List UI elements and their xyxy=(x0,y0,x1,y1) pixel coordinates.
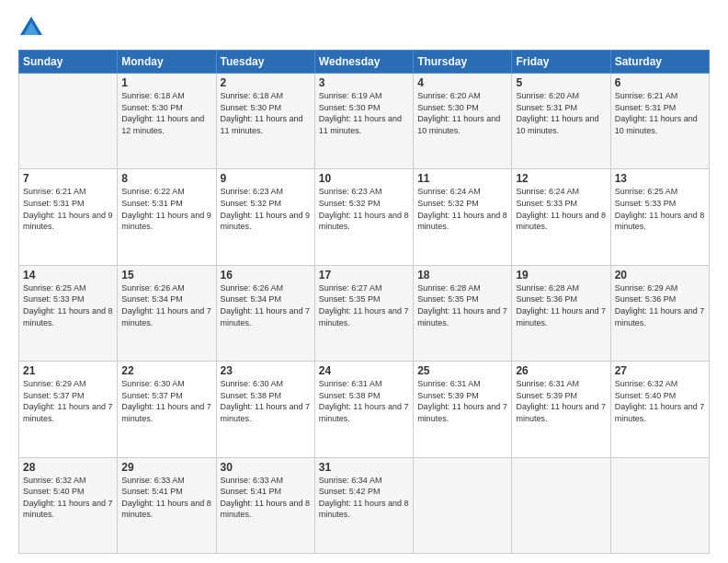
calendar-cell xyxy=(512,457,610,553)
calendar: SundayMondayTuesdayWednesdayThursdayFrid… xyxy=(18,50,710,554)
day-number: 18 xyxy=(417,269,507,282)
calendar-cell: 1Sunrise: 6:18 AMSunset: 5:30 PMDaylight… xyxy=(118,74,216,169)
calendar-cell: 23Sunrise: 6:30 AMSunset: 5:38 PMDayligh… xyxy=(216,362,314,457)
logo-icon xyxy=(18,15,44,40)
day-info: Sunrise: 6:24 AMSunset: 5:32 PMDaylight:… xyxy=(417,187,507,231)
day-number: 5 xyxy=(516,76,606,89)
day-info: Sunrise: 6:33 AMSunset: 5:41 PMDaylight:… xyxy=(121,476,211,520)
day-number: 3 xyxy=(319,76,409,89)
day-header-wednesday: Wednesday xyxy=(314,51,413,74)
day-number: 22 xyxy=(121,364,211,377)
header-row: SundayMondayTuesdayWednesdayThursdayFrid… xyxy=(19,51,710,74)
calendar-cell: 12Sunrise: 6:24 AMSunset: 5:33 PMDayligh… xyxy=(512,169,610,265)
day-info: Sunrise: 6:28 AMSunset: 5:35 PMDaylight:… xyxy=(417,283,507,327)
day-info: Sunrise: 6:23 AMSunset: 5:32 PMDaylight:… xyxy=(319,187,409,231)
calendar-cell: 26Sunrise: 6:31 AMSunset: 5:39 PMDayligh… xyxy=(512,362,610,457)
calendar-cell: 6Sunrise: 6:21 AMSunset: 5:31 PMDaylight… xyxy=(610,74,709,169)
day-info: Sunrise: 6:31 AMSunset: 5:39 PMDaylight:… xyxy=(417,379,507,423)
calendar-cell: 30Sunrise: 6:33 AMSunset: 5:41 PMDayligh… xyxy=(216,457,314,553)
day-number: 21 xyxy=(23,364,113,377)
day-header-friday: Friday xyxy=(512,51,610,74)
day-info: Sunrise: 6:22 AMSunset: 5:31 PMDaylight:… xyxy=(121,187,211,231)
calendar-cell xyxy=(414,457,512,553)
day-info: Sunrise: 6:32 AMSunset: 5:40 PMDaylight:… xyxy=(615,379,705,423)
day-number: 23 xyxy=(221,364,311,377)
day-number: 12 xyxy=(516,172,606,185)
calendar-cell: 17Sunrise: 6:27 AMSunset: 5:35 PMDayligh… xyxy=(314,265,413,361)
day-info: Sunrise: 6:20 AMSunset: 5:30 PMDaylight:… xyxy=(417,91,500,135)
week-row-3: 14Sunrise: 6:25 AMSunset: 5:33 PMDayligh… xyxy=(19,265,710,361)
calendar-cell: 15Sunrise: 6:26 AMSunset: 5:34 PMDayligh… xyxy=(118,265,216,361)
day-info: Sunrise: 6:23 AMSunset: 5:32 PMDaylight:… xyxy=(221,187,311,231)
day-info: Sunrise: 6:19 AMSunset: 5:30 PMDaylight:… xyxy=(319,91,402,135)
day-number: 29 xyxy=(121,461,211,474)
day-info: Sunrise: 6:21 AMSunset: 5:31 PMDaylight:… xyxy=(615,91,698,135)
day-info: Sunrise: 6:32 AMSunset: 5:40 PMDaylight:… xyxy=(23,476,113,520)
calendar-cell: 22Sunrise: 6:30 AMSunset: 5:37 PMDayligh… xyxy=(118,362,216,457)
calendar-cell: 5Sunrise: 6:20 AMSunset: 5:31 PMDaylight… xyxy=(512,74,610,169)
page: SundayMondayTuesdayWednesdayThursdayFrid… xyxy=(0,0,728,563)
day-info: Sunrise: 6:31 AMSunset: 5:38 PMDaylight:… xyxy=(319,379,409,423)
day-number: 26 xyxy=(516,364,606,377)
day-number: 20 xyxy=(615,269,705,282)
calendar-cell xyxy=(610,457,709,553)
calendar-cell: 21Sunrise: 6:29 AMSunset: 5:37 PMDayligh… xyxy=(19,362,118,457)
day-info: Sunrise: 6:20 AMSunset: 5:31 PMDaylight:… xyxy=(516,91,598,135)
day-number: 1 xyxy=(121,76,211,89)
day-number: 11 xyxy=(417,172,507,185)
day-number: 14 xyxy=(23,269,113,282)
week-row-2: 7Sunrise: 6:21 AMSunset: 5:31 PMDaylight… xyxy=(19,169,710,265)
day-number: 19 xyxy=(516,269,606,282)
day-number: 13 xyxy=(615,172,705,185)
calendar-cell: 24Sunrise: 6:31 AMSunset: 5:38 PMDayligh… xyxy=(314,362,413,457)
day-info: Sunrise: 6:30 AMSunset: 5:38 PMDaylight:… xyxy=(221,379,311,423)
day-info: Sunrise: 6:28 AMSunset: 5:36 PMDaylight:… xyxy=(516,283,606,327)
day-number: 17 xyxy=(319,269,409,282)
day-number: 6 xyxy=(615,76,705,89)
calendar-cell: 11Sunrise: 6:24 AMSunset: 5:32 PMDayligh… xyxy=(414,169,512,265)
day-number: 31 xyxy=(319,461,409,474)
day-number: 9 xyxy=(221,172,311,185)
day-info: Sunrise: 6:27 AMSunset: 5:35 PMDaylight:… xyxy=(319,283,409,327)
day-info: Sunrise: 6:31 AMSunset: 5:39 PMDaylight:… xyxy=(516,379,606,423)
day-info: Sunrise: 6:29 AMSunset: 5:37 PMDaylight:… xyxy=(23,379,113,423)
day-number: 8 xyxy=(121,172,211,185)
day-header-sunday: Sunday xyxy=(19,51,118,74)
calendar-cell: 10Sunrise: 6:23 AMSunset: 5:32 PMDayligh… xyxy=(314,169,413,265)
day-info: Sunrise: 6:25 AMSunset: 5:33 PMDaylight:… xyxy=(615,187,705,231)
day-info: Sunrise: 6:33 AMSunset: 5:41 PMDaylight:… xyxy=(221,476,311,520)
calendar-cell xyxy=(19,74,118,169)
day-info: Sunrise: 6:34 AMSunset: 5:42 PMDaylight:… xyxy=(319,476,409,520)
day-header-thursday: Thursday xyxy=(414,51,512,74)
day-info: Sunrise: 6:21 AMSunset: 5:31 PMDaylight:… xyxy=(23,187,113,231)
calendar-cell: 16Sunrise: 6:26 AMSunset: 5:34 PMDayligh… xyxy=(216,265,314,361)
day-info: Sunrise: 6:30 AMSunset: 5:37 PMDaylight:… xyxy=(121,379,211,423)
day-number: 24 xyxy=(319,364,409,377)
calendar-cell: 8Sunrise: 6:22 AMSunset: 5:31 PMDaylight… xyxy=(118,169,216,265)
day-info: Sunrise: 6:26 AMSunset: 5:34 PMDaylight:… xyxy=(221,283,311,327)
calendar-cell: 27Sunrise: 6:32 AMSunset: 5:40 PMDayligh… xyxy=(610,362,709,457)
day-number: 30 xyxy=(221,461,311,474)
day-number: 4 xyxy=(417,76,507,89)
calendar-cell: 18Sunrise: 6:28 AMSunset: 5:35 PMDayligh… xyxy=(414,265,512,361)
calendar-cell: 3Sunrise: 6:19 AMSunset: 5:30 PMDaylight… xyxy=(314,74,413,169)
day-number: 7 xyxy=(23,172,113,185)
day-info: Sunrise: 6:24 AMSunset: 5:33 PMDaylight:… xyxy=(516,187,606,231)
week-row-4: 21Sunrise: 6:29 AMSunset: 5:37 PMDayligh… xyxy=(19,362,710,457)
day-header-monday: Monday xyxy=(118,51,216,74)
calendar-cell: 2Sunrise: 6:18 AMSunset: 5:30 PMDaylight… xyxy=(216,74,314,169)
calendar-cell: 28Sunrise: 6:32 AMSunset: 5:40 PMDayligh… xyxy=(19,457,118,553)
day-info: Sunrise: 6:26 AMSunset: 5:34 PMDaylight:… xyxy=(121,283,211,327)
calendar-cell: 7Sunrise: 6:21 AMSunset: 5:31 PMDaylight… xyxy=(19,169,118,265)
calendar-cell: 13Sunrise: 6:25 AMSunset: 5:33 PMDayligh… xyxy=(610,169,709,265)
day-number: 15 xyxy=(121,269,211,282)
calendar-cell: 29Sunrise: 6:33 AMSunset: 5:41 PMDayligh… xyxy=(118,457,216,553)
week-row-1: 1Sunrise: 6:18 AMSunset: 5:30 PMDaylight… xyxy=(19,74,710,169)
day-number: 25 xyxy=(417,364,507,377)
day-number: 28 xyxy=(23,461,113,474)
day-number: 10 xyxy=(319,172,409,185)
header xyxy=(18,15,710,40)
calendar-cell: 25Sunrise: 6:31 AMSunset: 5:39 PMDayligh… xyxy=(414,362,512,457)
calendar-cell: 31Sunrise: 6:34 AMSunset: 5:42 PMDayligh… xyxy=(314,457,413,553)
calendar-cell: 20Sunrise: 6:29 AMSunset: 5:36 PMDayligh… xyxy=(610,265,709,361)
